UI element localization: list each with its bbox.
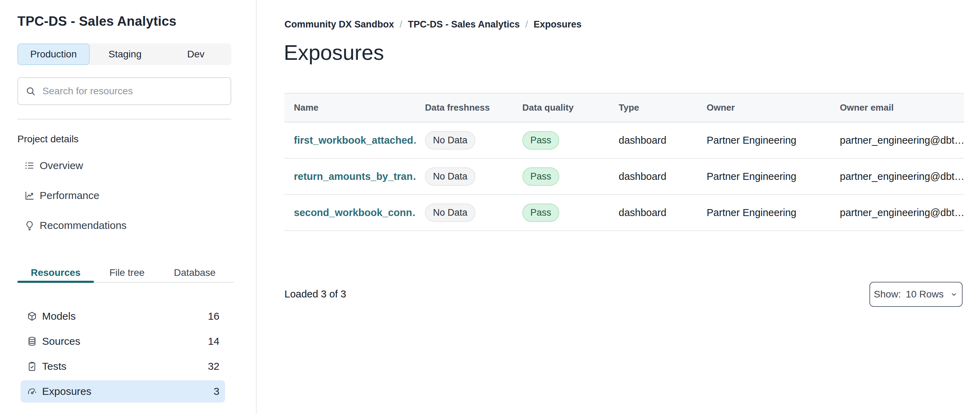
owner-email-cell: partner_engineering@dbt… [830, 135, 964, 146]
loaded-status: Loaded 3 of 3 [285, 288, 346, 300]
sidebar-item-sources[interactable]: Sources 14 [21, 330, 225, 352]
freshness-badge: No Data [425, 204, 476, 222]
models-count: 16 [208, 310, 220, 322]
col-header-name: Name [285, 102, 415, 113]
tests-count: 32 [208, 360, 220, 372]
quality-badge: Pass [522, 167, 559, 186]
owner-cell: Partner Engineering [697, 207, 830, 218]
table-header-row: Name Data freshness Data quality Type Ow… [285, 93, 964, 123]
freshness-badge: No Data [425, 167, 476, 186]
sidebar-item-performance[interactable]: Performance [18, 185, 231, 206]
page-size-value: 10 Rows [905, 289, 943, 300]
page-size-dropdown[interactable]: Show: 10 Rows [869, 282, 963, 307]
exposures-table: Name Data freshness Data quality Type Ow… [285, 93, 964, 231]
project-nav: Overview Performance Recommendations [18, 155, 231, 245]
sidebar-item-overview[interactable]: Overview [18, 155, 231, 176]
database-icon [27, 336, 37, 347]
chevron-down-icon [950, 290, 958, 298]
resource-tabs-active-indicator [18, 281, 94, 283]
tab-database[interactable]: Database [160, 263, 229, 282]
sources-count: 14 [208, 335, 220, 347]
chart-line-icon [24, 190, 35, 201]
exposures-count: 3 [213, 385, 220, 397]
nav-item-label: Overview [40, 160, 83, 172]
tab-dev[interactable]: Dev [160, 43, 231, 65]
page-title: Exposures [284, 40, 384, 65]
breadcrumb-separator: / [525, 19, 528, 30]
search-icon [25, 86, 36, 97]
nav-item-label: Performance [40, 189, 99, 201]
environment-tabs: Production Staging Dev [18, 43, 231, 65]
sidebar-item-recommendations[interactable]: Recommendations [18, 215, 231, 236]
col-header-data-quality: Data quality [513, 102, 609, 113]
project-details-label: Project details [18, 134, 79, 145]
type-cell: dashboard [609, 135, 697, 146]
sidebar-item-models[interactable]: Models 16 [21, 305, 225, 327]
col-header-owner-email: Owner email [830, 102, 964, 113]
breadcrumb: Community DX Sandbox / TPC-DS - Sales An… [285, 19, 581, 30]
list-icon [24, 160, 35, 171]
sidebar-item-exposures[interactable]: Exposures 3 [21, 380, 225, 403]
col-header-owner: Owner [697, 102, 830, 113]
breadcrumb-separator: / [399, 19, 402, 30]
tab-production[interactable]: Production [18, 43, 90, 65]
table-row: second_workbook_conn… No Data Pass dashb… [285, 195, 964, 231]
search-input[interactable] [43, 86, 224, 97]
breadcrumb-project[interactable]: TPC-DS - Sales Analytics [408, 19, 520, 30]
freshness-badge: No Data [425, 131, 476, 150]
col-header-type: Type [609, 102, 697, 113]
owner-cell: Partner Engineering [697, 135, 830, 146]
resource-list: Models 16 Sources 14 Tests 32 Exposures … [21, 305, 225, 414]
cube-icon [27, 311, 37, 322]
nav-item-label: Recommendations [40, 220, 127, 231]
search-box[interactable] [18, 77, 231, 105]
tab-resources[interactable]: Resources [18, 263, 94, 282]
resource-view-tabs: Resources File tree Database [18, 263, 234, 282]
show-label: Show: [874, 289, 901, 300]
main-content: Community DX Sandbox / TPC-DS - Sales An… [257, 0, 980, 414]
exposure-link[interactable]: second_workbook_conn… [294, 207, 415, 218]
col-header-data-freshness: Data freshness [415, 102, 513, 113]
clipboard-check-icon [27, 361, 37, 371]
owner-cell: Partner Engineering [697, 171, 830, 182]
owner-email-cell: partner_engineering@dbt… [830, 171, 964, 182]
type-cell: dashboard [609, 171, 697, 182]
breadcrumb-account[interactable]: Community DX Sandbox [285, 19, 394, 30]
quality-badge: Pass [522, 131, 559, 150]
project-title: TPC-DS - Sales Analytics [18, 14, 176, 29]
sidebar: TPC-DS - Sales Analytics Production Stag… [0, 0, 256, 414]
owner-email-cell: partner_engineering@dbt… [830, 207, 964, 218]
sidebar-divider [18, 119, 231, 120]
lightbulb-icon [24, 220, 35, 231]
sidebar-item-partial[interactable] [21, 407, 225, 414]
exposure-link[interactable]: return_amounts_by_tran… [294, 171, 415, 182]
gauge-icon [27, 386, 37, 396]
sidebar-item-tests[interactable]: Tests 32 [21, 355, 225, 377]
table-row: return_amounts_by_tran… No Data Pass das… [285, 159, 964, 195]
exposure-link[interactable]: first_workbook_attached… [294, 135, 415, 146]
type-cell: dashboard [609, 207, 697, 218]
tab-staging[interactable]: Staging [90, 43, 161, 65]
quality-badge: Pass [522, 204, 559, 222]
table-row: first_workbook_attached… No Data Pass da… [285, 123, 964, 159]
breadcrumb-current: Exposures [533, 19, 581, 30]
tab-file-tree[interactable]: File tree [94, 263, 160, 282]
